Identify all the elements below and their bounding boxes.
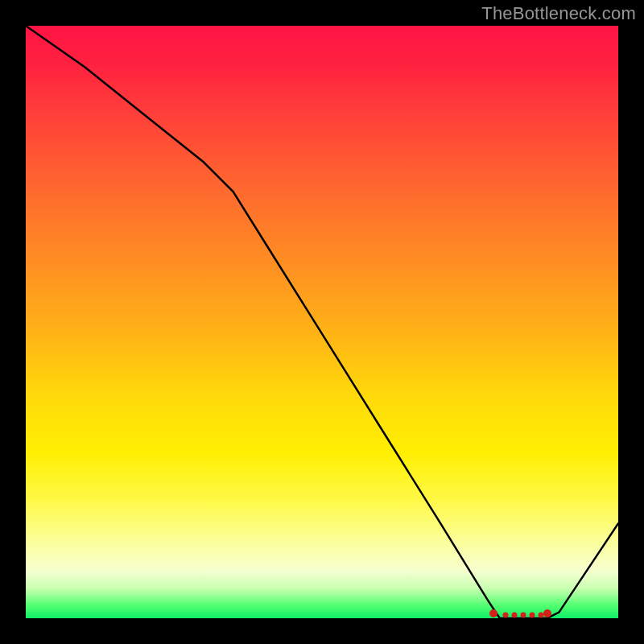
watermark-label: TheBottleneck.com [481,3,636,24]
plot-area [26,26,618,618]
chart-line [26,26,618,618]
curve-path [26,26,618,618]
chart-frame: TheBottleneck.com [0,0,644,644]
